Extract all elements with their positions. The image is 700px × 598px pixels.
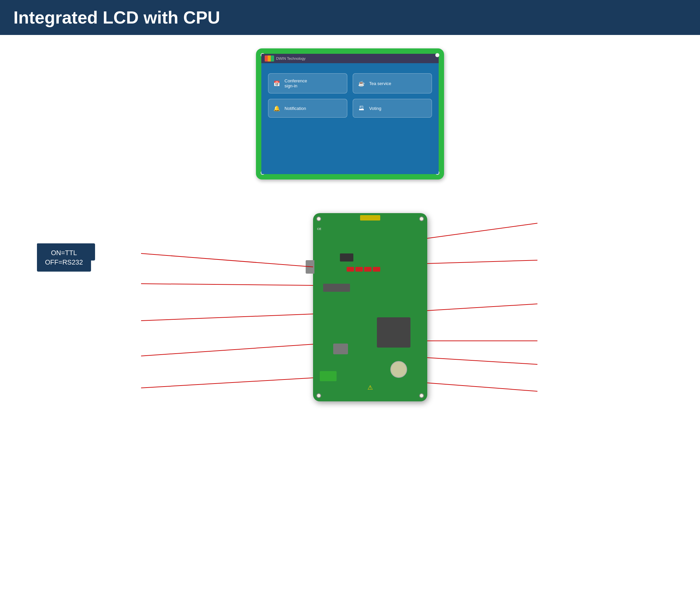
lcd-screen: DWIN Technology 📅 Conferencesign-in ☕ Te… bbox=[261, 54, 439, 174]
pcb-flash-row bbox=[347, 267, 380, 271]
notification-btn: 🔔 Notification bbox=[268, 99, 347, 118]
svg-line-7 bbox=[427, 304, 538, 311]
voting-label: Voting bbox=[369, 106, 381, 111]
label-on-off: ON=TTLOFF=RS232 bbox=[37, 243, 91, 271]
pcb-sd-card bbox=[333, 343, 348, 354]
pcb-connector-top bbox=[360, 215, 380, 220]
flash-chip-2 bbox=[355, 267, 363, 271]
voting-icon: 🗳 bbox=[357, 104, 366, 113]
svg-line-2 bbox=[141, 314, 313, 321]
flash-chip-3 bbox=[364, 267, 372, 271]
notification-label: Notification bbox=[284, 106, 306, 111]
pcb-crystal bbox=[390, 361, 407, 378]
pcb-hole-br bbox=[419, 393, 424, 398]
lcd-topbar: DWIN Technology bbox=[261, 54, 439, 63]
pcb-hole-bl bbox=[317, 393, 321, 398]
conference-btn: 📅 Conferencesign-in bbox=[268, 73, 347, 93]
page-title: Integrated LCD with CPU bbox=[14, 7, 686, 28]
svg-line-9 bbox=[427, 358, 538, 364]
svg-line-5 bbox=[427, 223, 538, 238]
lcd-section: DWIN Technology 📅 Conferencesign-in ☕ Te… bbox=[20, 48, 680, 180]
svg-line-1 bbox=[141, 284, 313, 285]
svg-line-10 bbox=[427, 383, 538, 391]
pcb-chip-small bbox=[340, 254, 353, 262]
board-section: ⚠ CE bbox=[20, 200, 700, 502]
flash-chip-4 bbox=[373, 267, 380, 271]
flash-chip-1 bbox=[347, 267, 354, 271]
pcb-green-terminal bbox=[320, 371, 336, 381]
notification-icon: 🔔 bbox=[272, 104, 281, 113]
dwin-logo bbox=[265, 55, 274, 62]
svg-line-3 bbox=[141, 344, 313, 356]
pcb-hole-tl bbox=[317, 216, 321, 221]
pcb-warning-label: ⚠ bbox=[368, 384, 373, 391]
brand-text: DWIN Technology bbox=[276, 56, 306, 61]
pcb-hole-tr bbox=[419, 216, 424, 221]
ce-marking: CE bbox=[317, 227, 321, 231]
svg-line-4 bbox=[141, 378, 313, 388]
voting-btn: 🗳 Voting bbox=[353, 99, 432, 118]
pcb-board: ⚠ CE bbox=[313, 213, 427, 401]
tea-label: Tea service bbox=[369, 81, 391, 86]
pcb-usb-port bbox=[306, 260, 315, 273]
lcd-buttons-grid: 📅 Conferencesign-in ☕ Tea service 🔔 Noti… bbox=[261, 63, 439, 128]
lcd-device: DWIN Technology 📅 Conferencesign-in ☕ Te… bbox=[256, 48, 444, 180]
tea-icon: ☕ bbox=[357, 79, 366, 88]
svg-line-6 bbox=[427, 260, 538, 264]
conference-icon: 📅 bbox=[272, 79, 281, 88]
pcb-ribbon-connector bbox=[323, 284, 350, 292]
pcb-main-chip bbox=[377, 317, 410, 348]
main-content: DWIN Technology 📅 Conferencesign-in ☕ Te… bbox=[0, 48, 700, 522]
tea-service-btn: ☕ Tea service bbox=[353, 73, 432, 93]
svg-line-0 bbox=[141, 254, 313, 267]
conference-label: Conferencesign-in bbox=[284, 78, 307, 89]
page-header: Integrated LCD with CPU bbox=[0, 0, 700, 35]
